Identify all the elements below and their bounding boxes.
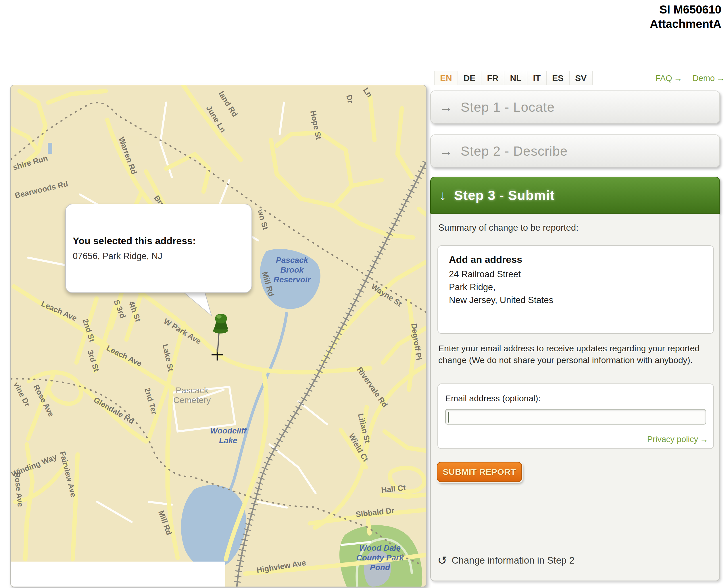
change-information-link[interactable]: ↺ Change information in Step 2 [438, 554, 574, 567]
faq-link[interactable]: FAQ→ [655, 74, 682, 83]
lang-tab-es[interactable]: ES [547, 71, 570, 85]
language-tabs: ENDEFRNLITESSV [434, 71, 593, 85]
step3-label: Step 3 - Submit [454, 188, 555, 203]
language-bar: ENDEFRNLITESSV FAQ→Demo→ [434, 70, 725, 86]
page: SI M650610 AttachmentA [0, 0, 728, 588]
change-information-label: Change information in Step 2 [452, 555, 574, 566]
callout-title: You selected this address: [73, 235, 245, 247]
address-line: New Jersey, United States [449, 294, 553, 307]
map-graphics: shire RunBearwoods RdWarren RdBrook Rdla… [11, 85, 426, 587]
down-arrow-icon: ↓ [440, 188, 446, 203]
email-note: Enter your email address to receive upda… [438, 342, 721, 366]
map-callout: You selected this address: 07656, Park R… [65, 204, 252, 293]
change-title: Add an address [449, 254, 522, 265]
right-arrow-icon: → [674, 74, 682, 83]
change-address: 24 Railroad Street Park Ridge, New Jerse… [449, 268, 553, 307]
map-canvas[interactable]: shire RunBearwoods RdWarren RdBrook Rdla… [11, 85, 426, 587]
document-id-line2: AttachmentA [650, 17, 721, 31]
demo-link[interactable]: Demo→ [693, 74, 725, 83]
document-id-line1: SI M650610 [650, 2, 721, 17]
undo-refresh-icon: ↺ [438, 554, 447, 567]
lang-tab-sv[interactable]: SV [570, 71, 593, 85]
lang-tab-en[interactable]: EN [434, 71, 458, 85]
submit-report-label: SUBMIT REPORT [443, 467, 516, 477]
map-blank-tile [11, 562, 225, 587]
summary-label: Summary of change to be reported: [438, 223, 579, 233]
right-arrow-icon: → [700, 435, 708, 444]
text-cursor [448, 412, 449, 423]
privacy-policy-label: Privacy policy [647, 435, 698, 444]
privacy-policy-link[interactable]: Privacy policy→ [647, 435, 708, 444]
step1-label: Step 1 - Locate [461, 99, 555, 115]
lang-tab-it[interactable]: IT [527, 71, 547, 85]
lang-tab-fr[interactable]: FR [481, 71, 504, 85]
document-id: SI M650610 AttachmentA [650, 2, 721, 31]
step2-label: Step 2 - Describe [461, 143, 568, 159]
callout-address: 07656, Park Ridge, NJ [73, 251, 245, 261]
right-arrow-icon: → [440, 143, 453, 159]
submit-report-button[interactable]: SUBMIT REPORT [437, 462, 522, 482]
step2-describe-bar[interactable]: → Step 2 - Describe [430, 134, 720, 167]
email-box: Email address (optional): Privacy policy… [438, 383, 714, 449]
right-arrow-icon: → [440, 99, 453, 115]
address-line: Park Ridge, [449, 281, 553, 294]
right-arrow-icon: → [716, 74, 725, 83]
change-summary-box: Add an address 24 Railroad Street Park R… [438, 245, 714, 334]
step3-panel: Summary of change to be reported: Add an… [430, 214, 720, 581]
email-input[interactable] [445, 409, 706, 424]
step3-submit-bar[interactable]: ↓ Step 3 - Submit [430, 177, 720, 214]
map-label: PascackCemetery [173, 385, 211, 405]
address-line: 24 Railroad Street [449, 268, 553, 281]
email-label: Email address (optional): [445, 394, 541, 403]
language-links: FAQ→Demo→ [655, 74, 725, 83]
step1-locate-bar[interactable]: → Step 1 - Locate [430, 90, 720, 124]
lang-tab-nl[interactable]: NL [504, 71, 527, 85]
lang-tab-de[interactable]: DE [458, 71, 482, 85]
